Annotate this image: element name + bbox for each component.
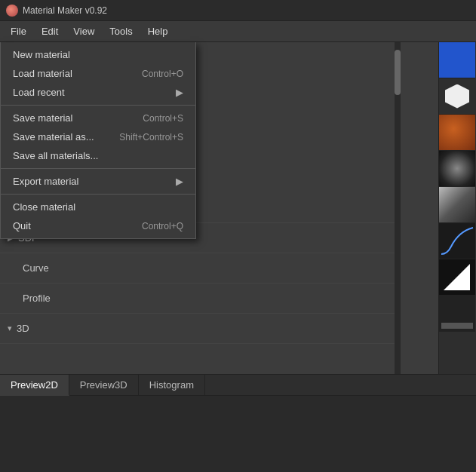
preview-area <box>0 396 476 472</box>
svg-marker-0 <box>444 264 470 290</box>
profile-label: Profile <box>23 293 51 304</box>
menu-new-material[interactable]: New material <box>1 45 195 64</box>
curve-label: Curve <box>23 262 49 274</box>
curve-svg <box>440 224 474 259</box>
menu-export-material[interactable]: Export material ▶ <box>1 172 195 191</box>
menu-load-material[interactable]: Load material Control+O <box>1 64 195 83</box>
export-material-arrow: ▶ <box>176 176 183 187</box>
save-material-shortcut: Control+S <box>143 113 183 124</box>
load-recent-label: Load recent <box>13 87 65 98</box>
quit-shortcut: Control+Q <box>142 221 183 231</box>
tree-item-curve[interactable]: Curve <box>0 253 401 284</box>
close-material-label: Close material <box>13 201 75 213</box>
title-bar: Material Maker v0.92 <box>0 0 476 21</box>
thumb-gray-grad[interactable] <box>439 187 475 223</box>
tree-item-3d[interactable]: ▾ 3D <box>0 314 401 344</box>
tab-histogram[interactable]: Histogram <box>139 375 205 395</box>
menu-tools[interactable]: Tools <box>102 23 140 40</box>
app-icon <box>6 5 18 17</box>
tab-preview3d[interactable]: Preview3D <box>69 375 139 395</box>
menu-save-material-as[interactable]: Save material as... Shift+Control+S <box>1 127 195 146</box>
menu-bar: File Edit View Tools Help New material L… <box>0 21 476 42</box>
tab-preview2d[interactable]: Preview2D <box>0 375 69 396</box>
load-material-label: Load material <box>13 68 72 79</box>
load-recent-arrow: ▶ <box>176 87 183 98</box>
save-material-as-shortcut: Shift+Control+S <box>119 132 183 143</box>
menu-file[interactable]: File <box>3 23 34 40</box>
save-all-materials-label: Save all materials... <box>13 150 98 161</box>
tab-bar: Preview2D Preview3D Histogram <box>0 375 476 396</box>
menu-view[interactable]: View <box>66 23 102 40</box>
save-material-as-label: Save material as... <box>13 131 94 143</box>
tree-item-profile[interactable]: Profile <box>0 284 401 314</box>
separator-2 <box>1 168 195 169</box>
3d-label: 3D <box>17 323 29 334</box>
menu-quit[interactable]: Quit Control+Q <box>1 216 195 235</box>
profile-svg <box>440 260 474 295</box>
separator-3 <box>1 194 195 195</box>
export-material-label: Export material <box>13 176 78 187</box>
save-material-label: Save material <box>13 112 72 124</box>
3d-svg <box>440 296 474 331</box>
svg-rect-1 <box>441 323 473 329</box>
3d-expand-icon: ▾ <box>8 323 12 333</box>
hex-shape <box>445 84 469 109</box>
quit-label: Quit <box>13 220 31 231</box>
file-dropdown-menu: New material Load material Control+O Loa… <box>0 42 196 239</box>
menu-load-recent[interactable]: Load recent ▶ <box>1 83 195 102</box>
thumb-mars[interactable] <box>439 115 475 151</box>
thumb-dark-radial[interactable] <box>439 151 475 187</box>
menu-help[interactable]: Help <box>140 23 176 40</box>
scrollbar-thumb[interactable] <box>395 50 401 95</box>
bottom-section: Preview2D Preview3D Histogram <box>0 374 476 472</box>
thumb-hex[interactable] <box>439 78 475 115</box>
thumb-curve[interactable] <box>439 223 475 259</box>
menu-save-material[interactable]: Save material Control+S <box>1 109 195 127</box>
vertical-scrollbar[interactable] <box>395 42 401 374</box>
thumb-blue[interactable] <box>439 42 475 78</box>
load-material-shortcut: Control+O <box>142 69 183 79</box>
new-material-label: New material <box>13 49 70 60</box>
separator-1 <box>1 105 195 106</box>
app-title: Material Maker v0.92 <box>23 5 107 16</box>
thumb-profile[interactable] <box>439 259 475 296</box>
menu-edit[interactable]: Edit <box>34 23 66 40</box>
thumbnail-sidebar <box>438 42 476 374</box>
menu-close-material[interactable]: Close material <box>1 198 195 216</box>
thumb-3d[interactable] <box>439 296 475 332</box>
menu-save-all-materials[interactable]: Save all materials... <box>1 146 195 165</box>
